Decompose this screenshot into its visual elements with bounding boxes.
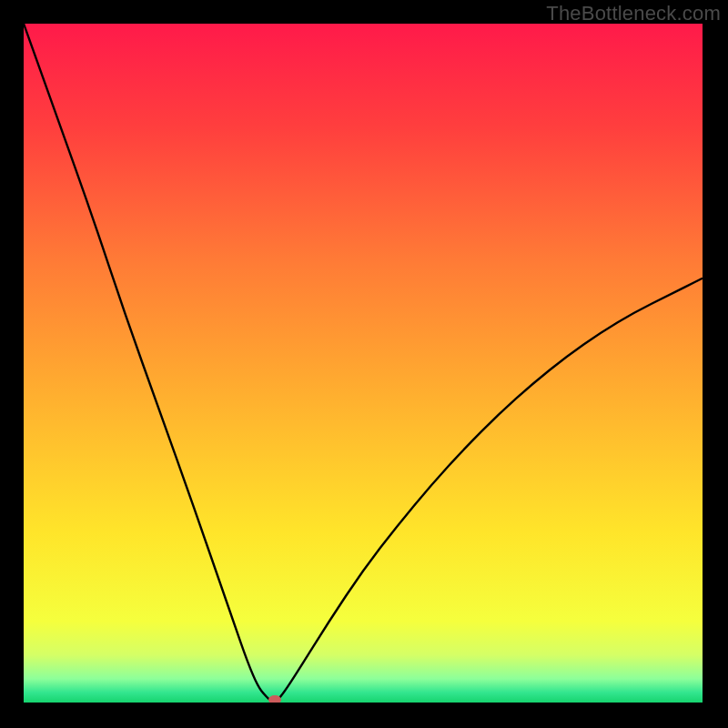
chart-frame: TheBottleneck.com	[0, 0, 728, 728]
gradient-background	[24, 24, 703, 703]
watermark-label: TheBottleneck.com	[546, 2, 721, 25]
chart-svg	[24, 24, 703, 703]
plot-area	[24, 24, 703, 703]
